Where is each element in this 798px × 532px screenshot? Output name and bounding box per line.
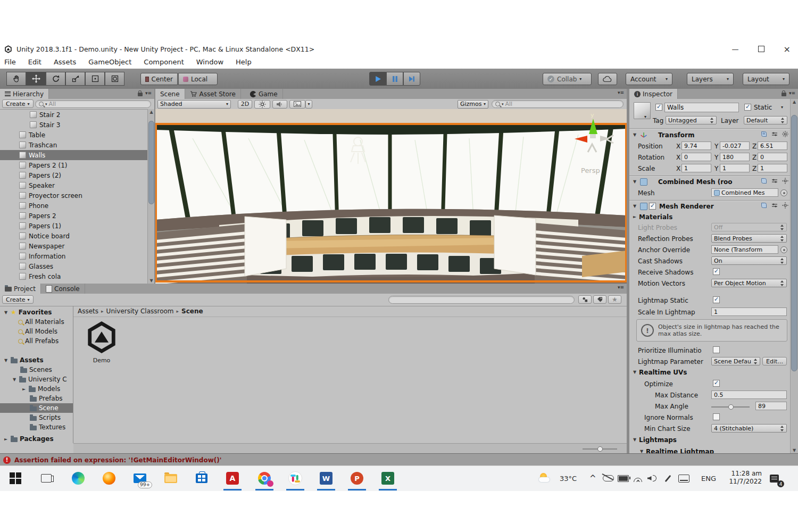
lightmaps-label[interactable]: Lightmaps xyxy=(639,436,677,444)
effects-toggle-button[interactable] xyxy=(289,100,305,109)
lightmap-parameters-dropdown[interactable]: Scene Defau xyxy=(711,357,760,365)
scale-tool-button[interactable] xyxy=(65,72,85,86)
panel-menu-icon[interactable]: ▾≡ xyxy=(145,91,152,96)
taskbar-acrobat[interactable]: A xyxy=(226,471,239,485)
reference-icon[interactable] xyxy=(761,131,767,137)
max-distance-field[interactable]: 0.5 xyxy=(711,390,787,399)
panel-menu-icon[interactable]: ▾≡ xyxy=(618,90,624,95)
hierarchy-item[interactable]: Phone xyxy=(0,201,147,211)
reference-icon[interactable] xyxy=(761,178,767,184)
move-tool-button[interactable] xyxy=(26,72,46,86)
taskbar-slack[interactable] xyxy=(288,471,302,485)
foldout-icon[interactable]: ► xyxy=(632,214,637,219)
hierarchy-item[interactable]: Stair 2 xyxy=(0,110,147,120)
hierarchy-item[interactable]: Papers (1) xyxy=(0,221,147,231)
audio-toggle-button[interactable] xyxy=(272,100,287,109)
object-name-field[interactable]: Walls xyxy=(664,103,739,112)
favorites-item[interactable]: All Models xyxy=(0,327,73,336)
hierarchy-item[interactable]: Stair 3 xyxy=(0,120,147,130)
tray-chevron-up-icon[interactable]: ^ xyxy=(589,473,596,483)
account-dropdown[interactable]: Account ▾ xyxy=(626,73,672,85)
panel-menu-icon[interactable]: ▾≡ xyxy=(789,91,795,96)
thumbnail-zoom-thumb[interactable] xyxy=(597,446,603,452)
hierarchy-item[interactable]: Trashcan xyxy=(0,140,147,150)
hierarchy-item[interactable]: Notice board xyxy=(0,231,147,241)
position-x-field[interactable]: 9.74 xyxy=(681,142,711,150)
position-y-field[interactable]: -0.027 xyxy=(720,142,750,150)
menu-gameobject[interactable]: GameObject xyxy=(88,58,131,66)
rotation-z-field[interactable]: 0 xyxy=(758,153,787,161)
position-z-field[interactable]: 6.51 xyxy=(758,142,787,150)
preset-icon[interactable] xyxy=(771,202,778,209)
tab-inspector[interactable]: i Inspector xyxy=(629,89,678,99)
layers-dropdown[interactable]: Layers ▾ xyxy=(687,73,734,85)
task-view-button[interactable] xyxy=(39,471,53,485)
static-checkbox[interactable] xyxy=(744,104,751,111)
max-angle-field[interactable]: 89 xyxy=(755,402,787,410)
gear-icon[interactable] xyxy=(782,131,788,137)
notification-center-button[interactable]: 4 xyxy=(767,471,781,485)
mesh-object-field[interactable]: Combined Mes xyxy=(711,188,778,197)
battery-icon[interactable] xyxy=(616,471,630,485)
foldout-icon[interactable]: ▼ xyxy=(632,437,637,442)
object-picker-icon[interactable] xyxy=(780,246,787,253)
play-button[interactable] xyxy=(369,72,386,86)
favorites-filter-button[interactable]: ★ xyxy=(608,295,621,304)
breadcrumb-assets[interactable]: Assets xyxy=(78,307,98,315)
hierarchy-search-input[interactable]: ▾ All xyxy=(35,100,151,108)
gizmos-dropdown[interactable]: Gizmos ▾ xyxy=(458,100,488,109)
onedrive-icon[interactable] xyxy=(601,471,615,485)
language-indicator[interactable]: ENG xyxy=(701,475,716,483)
tree-item-selected[interactable]: Scene xyxy=(0,403,73,413)
tab-asset-store[interactable]: Asset Store xyxy=(185,89,241,99)
2d-toggle-button[interactable]: 2D xyxy=(238,100,252,109)
tab-game[interactable]: Game xyxy=(245,89,283,99)
tree-item-packages[interactable]: ►Packages xyxy=(0,434,73,444)
receive-shadows-checkbox[interactable] xyxy=(713,268,720,275)
tree-item[interactable]: Textures xyxy=(0,422,73,432)
scroll-down-icon[interactable]: ▼ xyxy=(148,278,154,283)
project-create-button[interactable]: Create ▾ xyxy=(2,295,34,304)
favorites-item[interactable]: All Prefabs xyxy=(0,336,73,346)
pivot-toggle-button[interactable]: Center xyxy=(140,73,178,85)
effects-dropdown[interactable]: ▾ xyxy=(305,100,312,109)
object-picker-icon[interactable] xyxy=(780,189,787,196)
taskbar-edge[interactable] xyxy=(71,471,85,485)
persp-label[interactable]: Persp xyxy=(581,167,600,174)
status-bar[interactable]: ! Assertion failed on expression: '!GetM… xyxy=(0,453,798,466)
hierarchy-item[interactable]: Proyector screen xyxy=(0,190,147,201)
realtime-lightmap-label[interactable]: Realtime Lightmap xyxy=(646,448,714,453)
clock[interactable]: 11:28 am 11/7/2022 xyxy=(721,470,762,486)
taskbar-word[interactable]: W xyxy=(319,471,333,485)
static-dropdown-icon[interactable]: ▾ xyxy=(781,105,783,110)
tab-scene[interactable]: Scene xyxy=(155,89,185,99)
scrollbar-thumb[interactable] xyxy=(148,121,154,204)
tree-divider[interactable] xyxy=(73,306,73,443)
realtime-uvs-label[interactable]: Realtime UVs xyxy=(639,369,687,376)
step-button[interactable] xyxy=(403,72,420,86)
menu-file[interactable]: File xyxy=(4,58,16,66)
tree-item[interactable]: ►Models xyxy=(0,384,73,394)
foldout-icon[interactable]: ▼ xyxy=(632,204,637,209)
motion-vectors-dropdown[interactable]: Per Object Motion xyxy=(711,279,787,287)
edit-button[interactable]: Edit... xyxy=(762,357,787,365)
reference-icon[interactable] xyxy=(761,202,767,209)
menu-window[interactable]: Window xyxy=(196,58,223,66)
taskbar-powerpoint[interactable]: P xyxy=(350,471,364,485)
asset-item-demo[interactable]: Demo xyxy=(84,321,119,364)
lock-icon[interactable] xyxy=(782,93,786,96)
tree-item[interactable]: Scenes xyxy=(0,365,73,375)
favorites-root[interactable]: ▼★Favorites xyxy=(0,307,73,317)
tab-console[interactable]: Console xyxy=(41,284,85,294)
taskbar-explorer[interactable] xyxy=(164,471,178,485)
hierarchy-item[interactable]: Speaker xyxy=(0,180,147,190)
tree-item-assets[interactable]: ▼Assets xyxy=(0,355,73,365)
minimize-button[interactable]: — xyxy=(732,46,739,53)
breadcrumb-current[interactable]: Scene xyxy=(181,307,203,315)
anchor-override-field[interactable]: None (Transform xyxy=(711,245,778,254)
hierarchy-item[interactable]: Papers (2) xyxy=(0,170,147,180)
tab-project[interactable]: Project xyxy=(0,284,41,294)
panel-menu-icon[interactable]: ▾≡ xyxy=(618,285,624,290)
hierarchy-item[interactable]: Papers 2 (1) xyxy=(0,160,147,170)
hierarchy-item[interactable]: Papers 2 xyxy=(0,211,147,221)
